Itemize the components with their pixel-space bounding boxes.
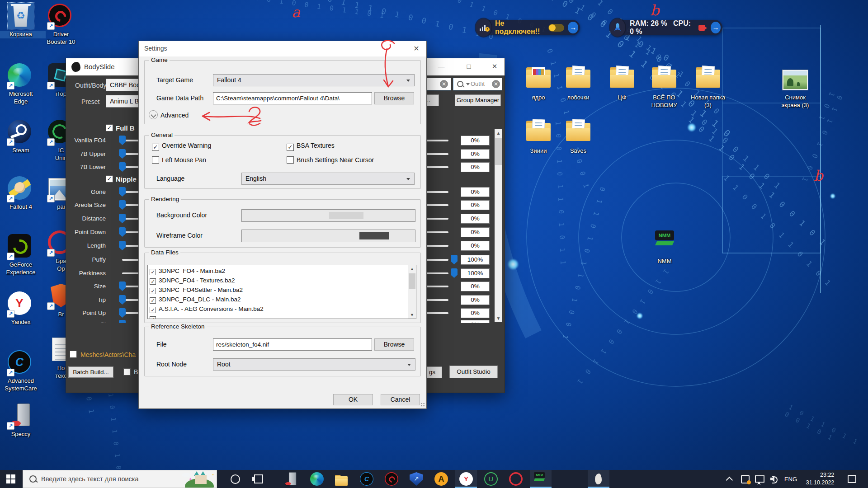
tray-volume-button[interactable]: [767, 470, 782, 488]
slider-value-input[interactable]: 0%: [461, 282, 490, 291]
taskbar-app-shield[interactable]: ↗: [406, 470, 427, 488]
game-data-path-input[interactable]: C:\Steam\steamapps\common\Fallout 4\Data…: [213, 92, 372, 104]
slider-thumb[interactable]: [119, 295, 126, 305]
meshes-checkbox[interactable]: [70, 351, 77, 358]
desktop-icon-folder-docs[interactable]: Новая папка (3): [683, 66, 733, 109]
slider-value-input[interactable]: 0%: [461, 295, 490, 305]
close-icon[interactable]: ✕: [410, 43, 423, 54]
slider-thumb[interactable]: [119, 320, 126, 323]
slider-thumb[interactable]: [119, 282, 126, 291]
slider-value-input[interactable]: 0%: [461, 162, 490, 172]
ok-button[interactable]: OK: [333, 394, 373, 405]
scroll-up-icon[interactable]: ▲: [495, 129, 502, 137]
scroll-thumb[interactable]: [495, 138, 502, 165]
batch-build-button[interactable]: Batch Build...: [68, 366, 113, 378]
data-file-item[interactable]: ✓3DNPC_FO4Settler - Main.ba2: [150, 285, 243, 295]
slider-thumb[interactable]: [119, 241, 126, 250]
scroll-thumb[interactable]: [409, 273, 415, 289]
slider-value-input[interactable]: 100%: [461, 255, 490, 265]
slider-thumb[interactable]: [119, 200, 126, 210]
slider-thumb[interactable]: [119, 136, 126, 145]
outfit-studio-button[interactable]: Outfit Studio: [449, 366, 498, 378]
advanced-expander-icon[interactable]: [149, 110, 158, 119]
browse-data-path-button[interactable]: Browse: [374, 92, 414, 104]
data-file-item[interactable]: ✓3DNPC_FO4_DLC - Main.ba2: [150, 295, 241, 304]
scroll-down-icon[interactable]: ▼: [408, 311, 416, 319]
slider-thumb[interactable]: [119, 227, 126, 237]
taskbar-app-nmm[interactable]: [530, 470, 552, 488]
language-select[interactable]: English: [241, 173, 415, 185]
desktop-icon-folder-image[interactable]: Снимок экрана (3): [770, 66, 820, 109]
target-game-select[interactable]: Fallout 4: [213, 74, 415, 86]
bsa-textures-checkbox[interactable]: ✓BSA Textures: [287, 142, 335, 151]
slider-thumb[interactable]: [119, 162, 126, 172]
taskbar-app-edge[interactable]: [306, 470, 328, 488]
data-file-item[interactable]: ✓3DNPC_FO4 - Main.ba2: [150, 266, 225, 276]
taskbar-app-amigo[interactable]: A: [430, 470, 452, 488]
skeleton-file-input[interactable]: res/skeleton_fo4.nif: [213, 338, 372, 351]
item-checkbox[interactable]: ✓: [150, 297, 156, 304]
taskbar-app-speccy[interactable]: [281, 470, 303, 488]
slider-value-input[interactable]: 0%: [461, 320, 490, 323]
tray-language-button[interactable]: ENG: [782, 470, 799, 488]
arrow-right-icon[interactable]: →: [711, 22, 721, 33]
advanced-label[interactable]: Advanced: [160, 112, 189, 119]
cancel-button[interactable]: Cancel: [381, 394, 420, 405]
minimize-button[interactable]: —: [434, 61, 448, 72]
item-checkbox[interactable]: ✓: [150, 307, 156, 313]
desktop-icon-folder-nmm[interactable]: NMM: [640, 230, 689, 265]
taskbar-app-asc[interactable]: [356, 470, 377, 488]
browse-skeleton-button[interactable]: Browse: [374, 338, 414, 351]
desktop-icon-driver-booster[interactable]: ↗Driver Booster 10: [36, 3, 86, 46]
group-checkbox[interactable]: ✓: [106, 124, 113, 131]
tray-expand-button[interactable]: [723, 470, 737, 488]
scroll-up-icon[interactable]: ▲: [408, 265, 416, 272]
tray-sync-button[interactable]: [738, 470, 752, 488]
override-warning-checkbox[interactable]: ✓Override Warning: [152, 142, 211, 151]
left-mouse-pan-checkbox[interactable]: Left Mouse Pan: [152, 156, 206, 164]
maximize-button[interactable]: □: [462, 61, 476, 72]
clear-search-icon[interactable]: ✕: [492, 80, 500, 88]
arrow-right-icon[interactable]: →: [568, 22, 578, 33]
scroll-down-icon[interactable]: ▼: [495, 314, 502, 322]
record-camera-icon[interactable]: [698, 24, 707, 31]
close-button[interactable]: ✕: [488, 61, 501, 72]
desktop-icon-folder-docs[interactable]: ВСЁ ПО НОВОМУ: [639, 66, 689, 109]
background-color-swatch[interactable]: [241, 209, 415, 222]
taskbar-app-driver-booster[interactable]: [381, 470, 402, 488]
root-node-select[interactable]: Root: [213, 358, 415, 371]
slider-scrollbar[interactable]: ▲ ▼: [495, 129, 502, 322]
search-highlight-art[interactable]: ✦ •: [182, 471, 216, 488]
slider-thumb[interactable]: [119, 149, 126, 159]
slider-thumb[interactable]: [451, 268, 458, 278]
slider-value-input[interactable]: 0%: [461, 187, 490, 197]
cortana-button[interactable]: [225, 470, 245, 488]
slider-value-input[interactable]: 0%: [461, 200, 490, 210]
slider-value-input[interactable]: 0%: [461, 308, 490, 318]
taskbar-app-bodyslide[interactable]: [588, 470, 609, 488]
slider-value-input[interactable]: 0%: [461, 136, 490, 145]
data-files-list[interactable]: ▲ ▼ ✓3DNPC_FO4 - Main.ba2✓3DNPC_FO4 - Te…: [147, 265, 416, 319]
slider-value-input[interactable]: 100%: [461, 268, 490, 278]
performance-widget[interactable]: RAM: 26 % CPU: 0 % →: [611, 20, 722, 35]
clear-search-icon[interactable]: ✕: [440, 80, 448, 88]
desktop-icon-folder-docs[interactable]: лобочки: [553, 66, 603, 102]
slider-value-input[interactable]: 0%: [461, 214, 490, 224]
data-file-item[interactable]: ✓3DNPC_FO4 - Textures.ba2: [150, 276, 235, 285]
slider-value-input[interactable]: 0%: [461, 241, 490, 251]
group-manager-button[interactable]: Group Manager: [455, 94, 501, 106]
data-file-item[interactable]: ✓A.S.I.A. - AEG Conversions - Main.ba2: [150, 304, 264, 314]
resize-grip[interactable]: [420, 403, 425, 407]
item-checkbox[interactable]: ✓: [150, 288, 156, 294]
slider-thumb[interactable]: [119, 187, 126, 197]
item-checkbox[interactable]: ✓: [150, 278, 156, 285]
settings-titlebar[interactable]: Settings ✕: [139, 41, 426, 56]
group-checkbox[interactable]: ✓: [106, 175, 113, 183]
taskbar-search-input[interactable]: Введите здесь текст для поиска ✦ •: [23, 470, 217, 488]
slider-value-input[interactable]: 0%: [461, 227, 490, 237]
taskbar-app-yandex[interactable]: [455, 470, 477, 488]
wireframe-color-swatch[interactable]: [241, 230, 415, 242]
desktop-icon-folder-docs[interactable]: Saves: [553, 119, 603, 155]
list-scrollbar[interactable]: ▲ ▼: [408, 265, 416, 319]
tray-network-button[interactable]: [752, 470, 767, 488]
